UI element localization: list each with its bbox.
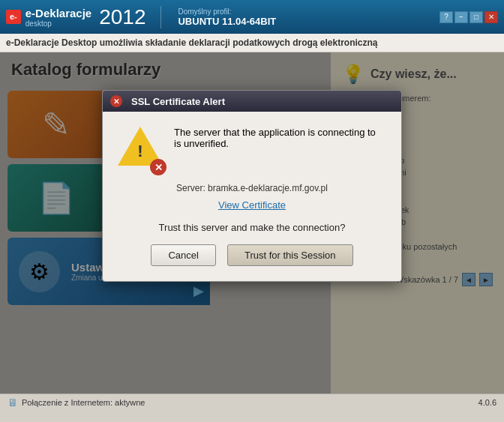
dialog-icon-row: ! ✕ The server that the application is c…: [118, 127, 386, 172]
server-name: bramka.e-deklaracje.mf.gov.pl: [208, 183, 328, 193]
status-left: 🖥 Połączenie z Internetem: aktywne: [8, 397, 145, 409]
trust-session-button[interactable]: Trust for this Session: [227, 244, 353, 266]
app-name: e-Deklaracje Desktop: [6, 37, 97, 48]
cancel-button[interactable]: Cancel: [151, 244, 215, 266]
profile-section: Domyślny profil: UBUNTU 11.04-64BIT: [178, 7, 276, 27]
version-label: 4.0.6: [478, 398, 496, 407]
main-content: Katalog formularzy ✎ 📅 ✉ 📄 📋 ⚙: [0, 52, 504, 394]
dialog-buttons: Cancel Trust for this Session: [118, 244, 386, 266]
profile-name: UBUNTU 11.04-64BIT: [178, 16, 276, 27]
app-description: umożliwia składanie deklaracji podatkowy…: [100, 37, 378, 48]
dialog-msg-line1: The server that the application is conne…: [174, 127, 376, 138]
window-controls: ? − □ ✕: [440, 11, 498, 23]
dialog-close-button[interactable]: ✕: [110, 95, 122, 107]
dialog-question: Trust this server and make the connectio…: [118, 222, 386, 233]
ssl-dialog: ✕ SSL Certificate Alert ! ✕ The server t…: [102, 90, 402, 282]
maximize-button[interactable]: □: [470, 11, 483, 23]
modal-overlay: ✕ SSL Certificate Alert ! ✕ The server t…: [0, 52, 504, 394]
network-icon: 🖥: [8, 397, 18, 409]
profile-label: Domyślny profil:: [178, 7, 276, 16]
dialog-message-text: The server that the application is conne…: [174, 127, 376, 149]
help-button[interactable]: ?: [440, 11, 453, 23]
close-button[interactable]: ✕: [484, 11, 498, 23]
error-badge: ✕: [150, 159, 166, 175]
dialog-title: SSL Certificate Alert: [131, 96, 225, 107]
logo-name: e-Deklaracje: [26, 7, 92, 19]
view-certificate-link[interactable]: View Certificate: [118, 199, 386, 211]
minimize-button[interactable]: −: [454, 11, 468, 23]
connection-status: Połączenie z Internetem: aktywne: [22, 398, 145, 407]
logo-icon: e-: [6, 10, 21, 24]
menu-bar: e-Deklaracje Desktop umożliwia składanie…: [0, 34, 504, 52]
dialog-msg-line2: is unverified.: [174, 138, 376, 149]
status-bar: 🖥 Połączenie z Internetem: aktywne 4.0.6: [0, 394, 504, 411]
divider: [160, 6, 161, 28]
title-bar: e- e-Deklaracje desktop 2012 Domyślny pr…: [0, 0, 504, 34]
warning-icon-container: ! ✕: [118, 127, 163, 172]
dialog-titlebar: ✕ SSL Certificate Alert: [103, 91, 401, 112]
warning-exclamation: !: [137, 142, 142, 161]
app-logo: e- e-Deklaracje desktop: [6, 7, 92, 28]
server-label: Server:: [176, 183, 206, 193]
dialog-body: ! ✕ The server that the application is c…: [103, 112, 401, 281]
logo-subname: desktop: [26, 19, 92, 28]
year-label: 2012: [99, 5, 146, 29]
dialog-server-info: Server: bramka.e-deklaracje.mf.gov.pl: [118, 183, 386, 193]
